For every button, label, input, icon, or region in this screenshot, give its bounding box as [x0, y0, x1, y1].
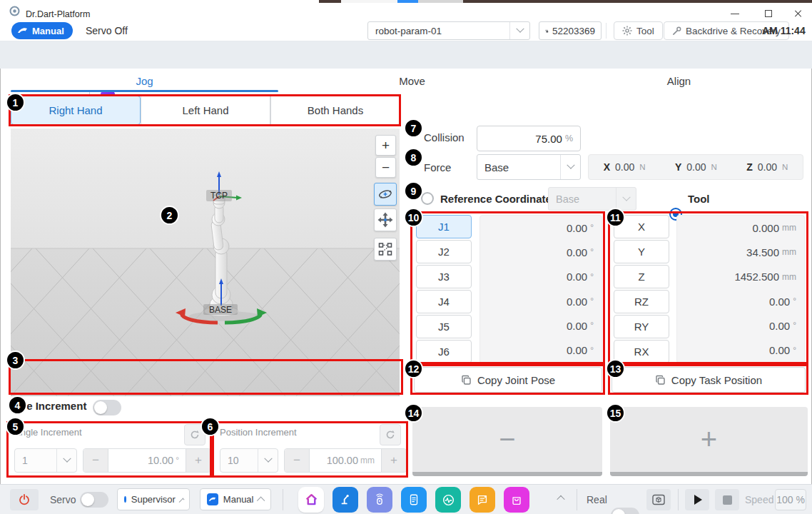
titlebar: Dr.Dart-Platform	[0, 3, 812, 20]
jog-plus-pad[interactable]: +	[610, 407, 808, 476]
angle-increment-button[interactable]: +	[186, 449, 210, 472]
manual-mode-label: Manual	[32, 26, 64, 36]
joint-j6-button[interactable]: J6	[416, 340, 472, 363]
document-icon	[407, 493, 420, 506]
joint-j2-value: 0.00°	[480, 240, 602, 264]
remote-pendant-icon	[373, 493, 386, 506]
reference-frame-select[interactable]: Base	[548, 187, 636, 211]
task-z-button[interactable]: Z	[614, 265, 669, 288]
app-message-tile[interactable]	[470, 487, 495, 513]
position-unit: mm	[360, 455, 375, 465]
servo-toggle[interactable]	[80, 492, 108, 508]
task-rz-button[interactable]: RZ	[614, 290, 669, 313]
tool-button[interactable]: Tool	[614, 21, 663, 40]
speed-value-button[interactable]: 100 %	[775, 489, 806, 510]
message-icon	[476, 493, 489, 506]
task-x-button[interactable]: X	[614, 215, 669, 238]
force-z: Z0.00N	[746, 161, 788, 173]
joint-j2-button[interactable]: J2	[416, 240, 472, 263]
position-preset-chevron	[258, 449, 278, 472]
reference-frame-chevron	[616, 188, 636, 210]
joint-j1-value: 0.00°	[480, 216, 602, 240]
joint-j4-value: 0.00°	[480, 289, 602, 313]
monitor-wave-icon	[442, 493, 455, 507]
position-increment-button[interactable]: +	[382, 449, 406, 472]
stop-button[interactable]	[715, 489, 739, 510]
app-remote-tile[interactable]	[367, 487, 392, 513]
left-hand-button[interactable]: Left Hand	[141, 96, 270, 125]
app-store-tile[interactable]	[504, 487, 529, 513]
app-document-tile[interactable]	[401, 487, 427, 513]
role-select[interactable]: Supervisor	[117, 488, 190, 510]
3d-view-icon	[652, 494, 665, 505]
close-button[interactable]	[788, 6, 809, 21]
collapse-dock-button[interactable]	[558, 495, 564, 501]
angle-preset-chevron	[56, 449, 76, 472]
joint-j3-button[interactable]: J3	[416, 265, 472, 288]
subtab-move[interactable]: Move	[278, 72, 546, 89]
status-bar: Servo Supervisor Manual	[0, 484, 812, 514]
position-value-field[interactable]: 100.00 mm	[309, 449, 382, 472]
joint-values-panel: 0.00° 0.00° 0.00° 0.00° 0.00° 0.00°	[479, 215, 602, 363]
jog-minus-pad[interactable]: −	[412, 407, 602, 476]
real-toggle[interactable]	[611, 508, 639, 514]
reference-frame-value: Base	[549, 193, 616, 205]
play-button[interactable]	[685, 489, 709, 510]
joint-j1-button[interactable]: J1	[416, 215, 472, 238]
power-button[interactable]	[10, 489, 39, 510]
force-readout-panel: X0.00N Y0.00N Z0.00N	[588, 154, 803, 180]
angle-decrement-button[interactable]: −	[83, 449, 108, 472]
app-monitor-tile[interactable]	[435, 487, 461, 513]
angle-value-field[interactable]: 10.00 °	[108, 449, 186, 472]
zoom-out-button[interactable]: −	[375, 157, 396, 178]
copy-task-position-button[interactable]: Copy Task Position	[611, 367, 806, 393]
app-home-tile[interactable]	[298, 487, 324, 513]
sim-3d-view-button[interactable]	[646, 489, 671, 510]
task-ry-button[interactable]: RY	[614, 315, 669, 338]
angle-preset-select[interactable]: 1	[14, 448, 77, 473]
subtab-align[interactable]: Align	[546, 72, 812, 89]
both-hands-button[interactable]: Both Hands	[270, 96, 400, 125]
app-robot-tile[interactable]	[333, 487, 358, 513]
zoom-in-button[interactable]: +	[375, 135, 396, 156]
measure-distance-button[interactable]	[374, 238, 397, 261]
task-rx-button[interactable]: RX	[614, 340, 669, 363]
use-increment-toggle[interactable]	[93, 400, 121, 415]
real-label: Real	[587, 494, 607, 505]
subtab-jog[interactable]: Jog	[11, 72, 278, 89]
position-stepper: − 100.00 mm +	[284, 448, 407, 473]
angle-reset-button[interactable]	[184, 424, 205, 445]
mode-select[interactable]: Manual	[200, 488, 271, 510]
joint-j5-button[interactable]: J5	[416, 315, 472, 338]
reference-coordinates-radio[interactable]	[421, 192, 434, 205]
robot-3d-viewport[interactable]: TCP BASE + − Front Right	[11, 128, 400, 396]
position-reset-button[interactable]	[380, 424, 401, 445]
manual-mode-button[interactable]: Manual	[11, 22, 73, 39]
force-x-unit: N	[639, 163, 645, 171]
joint-j4-button[interactable]: J4	[416, 290, 472, 313]
force-z-axis: Z	[746, 161, 753, 173]
pan-view-button[interactable]	[374, 208, 397, 231]
minimize-button[interactable]	[724, 6, 746, 21]
force-z-value: 0.00	[758, 161, 777, 173]
minus-icon: −	[382, 161, 390, 174]
copy-joint-pose-button[interactable]: Copy Joint Pose	[414, 367, 602, 393]
lock-id-box[interactable]: 52203369	[539, 21, 602, 40]
force-y-value: 0.00	[686, 161, 706, 173]
hand-selector: Right Hand Left Hand Both Hands	[11, 96, 400, 125]
force-frame-select[interactable]: Base	[477, 154, 581, 180]
joint-j3-value: 0.00°	[480, 265, 602, 289]
right-hand-button[interactable]: Right Hand	[11, 96, 141, 125]
position-decrement-button[interactable]: −	[285, 449, 309, 472]
robot-param-select[interactable]: robot-param-01	[367, 21, 530, 40]
robot-arm-icon	[339, 493, 352, 506]
measure-icon	[378, 242, 392, 256]
lock-id-value: 52203369	[552, 26, 595, 36]
position-preset-select[interactable]: 10	[220, 448, 278, 473]
rotate-view-button[interactable]	[374, 183, 397, 206]
chevron-up-icon	[258, 496, 265, 504]
toolbar: Manual Servo Off robot-param-01 52203369…	[0, 20, 812, 41]
task-y-button[interactable]: Y	[614, 240, 669, 263]
maximize-button[interactable]	[758, 6, 779, 21]
collision-input[interactable]: 75.00 %	[477, 126, 581, 151]
